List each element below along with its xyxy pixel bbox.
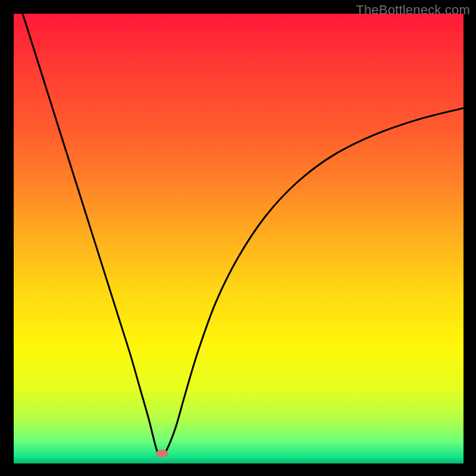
- optimum-marker: [156, 449, 168, 458]
- chart-frame: [14, 14, 464, 464]
- bottleneck-chart: [14, 14, 464, 464]
- gradient-background: [14, 14, 464, 464]
- watermark-text: TheBottleneck.com: [356, 2, 470, 18]
